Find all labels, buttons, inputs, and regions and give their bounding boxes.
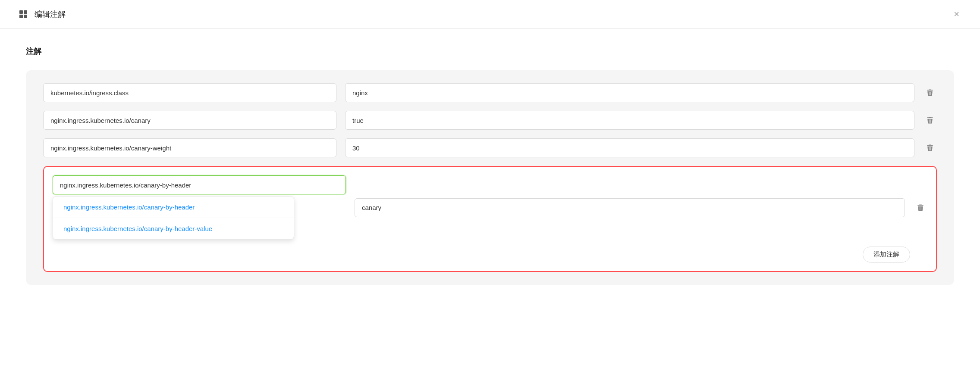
highlighted-section: nginx.ingress.kubernetes.io/canary-by-he…	[43, 166, 937, 272]
svg-rect-2	[19, 15, 23, 18]
annotation-row-highlighted: nginx.ingress.kubernetes.io/canary-by-he…	[53, 175, 927, 240]
annotations-container: nginx.ingress.kubernetes.io/canary-by-he…	[26, 70, 954, 285]
annotation-row	[43, 83, 937, 102]
close-button[interactable]: ×	[950, 8, 963, 21]
autocomplete-dropdown: nginx.ingress.kubernetes.io/canary-by-he…	[53, 196, 294, 240]
annotation-value-input-4[interactable]	[355, 198, 905, 217]
dialog-header: 编辑注解 ×	[0, 0, 980, 29]
autocomplete-item-1[interactable]: nginx.ingress.kubernetes.io/canary-by-he…	[53, 197, 294, 218]
annotation-row	[43, 111, 937, 130]
dialog-icon	[17, 8, 29, 20]
add-annotation-button[interactable]: 添加注解	[863, 247, 910, 262]
delete-button-1[interactable]	[923, 86, 937, 100]
dialog-title: 编辑注解	[35, 9, 950, 19]
svg-rect-1	[24, 10, 27, 14]
delete-button-4[interactable]	[914, 201, 927, 215]
svg-rect-3	[24, 15, 27, 18]
annotation-key-input-2[interactable]	[43, 111, 336, 130]
edit-annotations-dialog: 编辑注解 × 注解	[0, 0, 980, 375]
dialog-body: 注解	[0, 29, 980, 375]
delete-button-3[interactable]	[923, 141, 937, 155]
section-title: 注解	[26, 46, 954, 56]
annotation-key-input-1[interactable]	[43, 83, 336, 102]
svg-rect-0	[19, 10, 23, 14]
autocomplete-item-2[interactable]: nginx.ingress.kubernetes.io/canary-by-he…	[53, 218, 294, 239]
annotation-value-input-3[interactable]	[345, 138, 914, 157]
bottom-row: 添加注解	[53, 247, 927, 262]
annotation-value-input-2[interactable]	[345, 111, 914, 130]
annotation-key-input-4[interactable]	[53, 175, 346, 194]
key-input-wrapper: nginx.ingress.kubernetes.io/canary-by-he…	[53, 175, 346, 240]
delete-button-2[interactable]	[923, 113, 937, 127]
annotation-value-input-1[interactable]	[345, 83, 914, 102]
annotation-row	[43, 138, 937, 157]
annotation-key-input-3[interactable]	[43, 138, 336, 157]
